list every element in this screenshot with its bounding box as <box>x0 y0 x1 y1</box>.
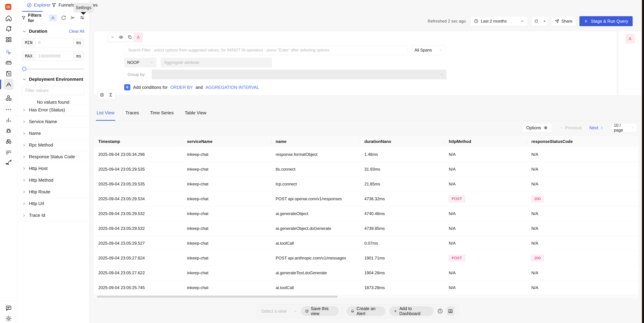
filter-item-trace-id[interactable]: Trace Id <box>17 210 89 221</box>
tab-traces[interactable]: Traces <box>125 108 140 120</box>
add-to-dashboard-button[interactable]: Add to Dashboard <box>389 306 434 316</box>
metrics-bars-icon[interactable] <box>5 116 12 124</box>
col-http-method[interactable]: httpMethod <box>444 136 527 147</box>
select-view-dropdown[interactable]: Select a view <box>261 309 297 314</box>
col-name[interactable]: name <box>271 136 360 147</box>
integrations-route-icon[interactable] <box>5 158 12 166</box>
table-row[interactable]: 2025-09-04 23:05:29.532inkeep-chatai.gen… <box>94 221 638 236</box>
sync-filters-icon[interactable] <box>61 15 66 21</box>
save-view-button[interactable]: Save this view <box>301 306 339 316</box>
support-chat-icon[interactable] <box>5 304 12 312</box>
desktop-background-edge <box>642 0 644 323</box>
order-by-link[interactable]: ORDER BY <box>170 85 193 90</box>
traces-icon[interactable] <box>5 80 12 88</box>
dashboards-grid-icon[interactable] <box>5 36 12 44</box>
filter-settings-icon[interactable] <box>80 15 85 21</box>
aggregation-operator-select[interactable]: NOOP <box>124 58 156 67</box>
refresh-interval-dropdown[interactable] <box>541 20 548 23</box>
col-timestamp[interactable]: Timestamp <box>94 136 182 147</box>
home-icon[interactable] <box>5 14 12 22</box>
group-by-select[interactable] <box>152 70 446 79</box>
copy-query-icon[interactable] <box>125 33 134 42</box>
next-page-button[interactable]: Next <box>590 125 604 130</box>
settings-gear-icon[interactable] <box>5 315 12 322</box>
duration-slider[interactable] <box>22 67 84 71</box>
options-button[interactable]: Options <box>522 123 552 132</box>
max-input[interactable] <box>35 52 74 61</box>
add-conditions-plus-icon[interactable]: + <box>124 84 130 90</box>
app-logo-icon[interactable] <box>5 4 11 10</box>
tab-list-view[interactable]: List View <box>96 108 115 121</box>
chevron-down-icon[interactable] <box>22 29 26 34</box>
pipelines-list-icon[interactable] <box>5 148 12 156</box>
info-icon[interactable] <box>437 308 443 314</box>
horizontal-scrollbar[interactable] <box>94 295 638 298</box>
tab-explorer[interactable]: Explorer <box>27 2 50 8</box>
search-filter-input[interactable] <box>124 45 408 55</box>
stage-run-query-button[interactable]: Stage & Run Query <box>580 16 633 26</box>
filter-item-http-url[interactable]: Http Url <box>17 198 89 210</box>
scrollbar-thumb[interactable] <box>96 296 338 298</box>
alert-bell-icon <box>350 309 354 313</box>
share-button[interactable]: Share <box>551 16 576 26</box>
filter-item-http-host[interactable]: Http Host <box>17 163 89 174</box>
tab-time-series[interactable]: Time Series <box>149 108 174 120</box>
logs-scroll-icon[interactable] <box>5 70 12 78</box>
infrastructure-icon[interactable] <box>5 59 12 67</box>
filter-item-http-route[interactable]: Http Route <box>17 186 89 198</box>
filter-item-service-name[interactable]: Service Name <box>17 116 89 128</box>
explore-binoculars-icon[interactable] <box>5 138 12 145</box>
filter-item-http-method[interactable]: Http Method <box>17 174 89 186</box>
table-row[interactable]: 2025-09-04 23:05:34.296inkeep-chatrespon… <box>94 147 638 162</box>
explorer-header-tabs: Explorer Funnels Views Settings <box>17 0 138 12</box>
add-formula-button[interactable]: Σ <box>106 90 115 99</box>
table-row[interactable]: 2025-09-04 23:05:25.745inkeep-chatai.too… <box>94 280 638 295</box>
filter-item-name[interactable]: Name <box>17 128 89 139</box>
refresh-button[interactable] <box>532 19 541 24</box>
table-row[interactable]: 2025-09-04 23:05:27.624inkeep-chatPOST a… <box>94 251 638 266</box>
aggregation-interval-link[interactable]: AGGREGATION INTERVAL <box>206 85 259 90</box>
services-cubes-icon[interactable] <box>5 94 12 102</box>
slider-handle[interactable] <box>22 67 26 71</box>
create-alert-button[interactable]: Create an Alert <box>346 306 386 316</box>
aggregate-attribute-input[interactable] <box>161 58 272 67</box>
play-icon <box>584 19 588 24</box>
page-size-select[interactable]: 10 / page <box>611 123 637 132</box>
filter-item-rpc-method[interactable]: Rpc Method <box>17 139 89 151</box>
collapse-panel-icon[interactable] <box>70 15 76 21</box>
query-badge[interactable]: A <box>134 33 142 42</box>
exceptions-bug-icon[interactable] <box>5 127 12 135</box>
collapse-bar-icon[interactable] <box>447 307 454 316</box>
col-response-status[interactable]: responseStatusCode <box>527 136 638 147</box>
min-input[interactable] <box>35 38 74 47</box>
table-row[interactable]: 2025-09-04 23:05:29.535inkeep-chattls.co… <box>94 162 638 177</box>
table-row[interactable]: 2025-09-04 23:05:29.527inkeep-chatai.too… <box>94 236 638 251</box>
events-cursor-icon[interactable] <box>5 48 12 56</box>
deployment-filter-input[interactable] <box>22 86 84 95</box>
filters-title: Filters for <box>28 12 46 23</box>
col-duration[interactable]: durationNano <box>360 136 444 147</box>
add-conditions-prefix: Add conditions for <box>133 85 168 90</box>
query-side-badge[interactable]: A <box>626 34 634 43</box>
tab-funnels[interactable]: Funnels <box>51 2 74 8</box>
more-dots-icon[interactable] <box>5 106 12 113</box>
plus-icon <box>394 309 398 313</box>
clear-all-link[interactable]: Clear All <box>69 29 84 34</box>
filter-item-has-error[interactable]: Has Error (Status) <box>17 104 89 116</box>
table-row[interactable]: 2025-09-04 23:05:29.534inkeep-chatPOST a… <box>94 192 638 206</box>
table-row[interactable]: 2025-09-04 23:05:29.535inkeep-chattcp.co… <box>94 177 638 192</box>
tab-table-view[interactable]: Table View <box>184 108 207 120</box>
filters-query-badge[interactable]: A <box>49 14 57 21</box>
filter-item-response-status-code[interactable]: Response Status Code <box>17 151 89 163</box>
time-range-select[interactable]: Last 2 months <box>470 16 528 26</box>
chevron-down-icon[interactable] <box>22 77 26 82</box>
collapse-query-icon[interactable] <box>108 33 117 42</box>
table-row[interactable]: 2025-09-04 23:05:29.532inkeep-chatai.gen… <box>94 206 638 221</box>
table-row[interactable]: 2025-09-04 23:05:27.622inkeep-chatai.gen… <box>94 266 638 280</box>
previous-page-button[interactable]: Previous <box>560 125 582 130</box>
add-query-button[interactable] <box>98 90 106 99</box>
span-scope-select[interactable]: All Spans <box>412 45 446 55</box>
col-service-name[interactable]: serviceName <box>182 136 271 147</box>
toggle-visibility-eye-icon[interactable] <box>117 33 125 42</box>
alerts-bell-icon[interactable] <box>5 25 12 33</box>
